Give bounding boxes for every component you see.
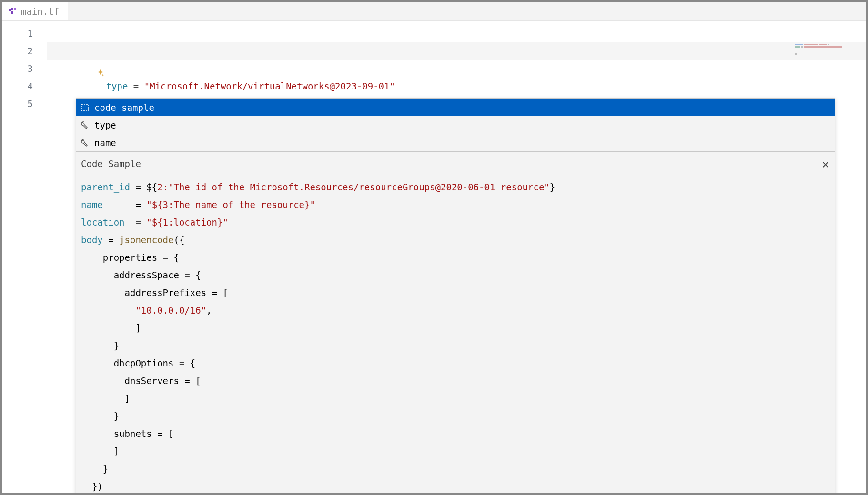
line-number: 1 — [2, 25, 33, 42]
tab-bar: main.tf — [2, 2, 866, 21]
line-gutter: 1 2 3 4 5 — [2, 21, 47, 493]
svg-rect-1 — [11, 8, 13, 10]
intellisense-popup: code sample type name Code Sample ✕ pare… — [76, 98, 835, 495]
property-icon — [80, 120, 90, 130]
code-line[interactable] — [47, 78, 866, 95]
sparkle-icon — [53, 47, 61, 55]
svg-rect-2 — [11, 11, 13, 14]
suggestion-label: name — [94, 138, 116, 148]
code-line[interactable] — [47, 60, 866, 78]
line-number: 4 — [2, 78, 33, 95]
svg-rect-4 — [81, 104, 88, 111]
suggestion-item-type[interactable]: type — [76, 116, 835, 134]
suggestion-detail-panel: Code Sample ✕ parent_id = ${2:"The id of… — [76, 151, 835, 495]
detail-code-snippet: parent_id = ${2:"The id of the Microsoft… — [81, 178, 830, 495]
suggestion-item-code-sample[interactable]: code sample — [76, 99, 835, 116]
snippet-icon — [80, 103, 90, 112]
minimap[interactable] — [795, 44, 857, 58]
suggestion-list: code sample type name — [76, 99, 835, 151]
code-line[interactable]: type = "Microsoft.Network/virtualNetwork… — [47, 42, 866, 60]
terraform-icon — [9, 7, 17, 16]
code-line[interactable]: resource "azapi_resource" "test" { — [47, 25, 866, 42]
line-number: 3 — [2, 60, 33, 78]
line-number: 2 — [2, 42, 33, 60]
detail-title: Code Sample — [81, 158, 830, 169]
svg-rect-0 — [9, 9, 11, 11]
line-number: 5 — [2, 95, 33, 113]
tab-filename: main.tf — [21, 6, 59, 17]
property-icon — [80, 138, 90, 148]
suggestion-label: type — [94, 120, 116, 130]
suggestion-label: code sample — [94, 102, 154, 113]
svg-rect-3 — [14, 8, 16, 10]
suggestion-item-name[interactable]: name — [76, 134, 835, 151]
code-editor[interactable]: 1 2 3 4 5 resource "azapi_resource" "tes… — [2, 21, 866, 493]
file-tab[interactable]: main.tf — [2, 2, 68, 20]
close-detail-button[interactable]: ✕ — [822, 158, 829, 171]
